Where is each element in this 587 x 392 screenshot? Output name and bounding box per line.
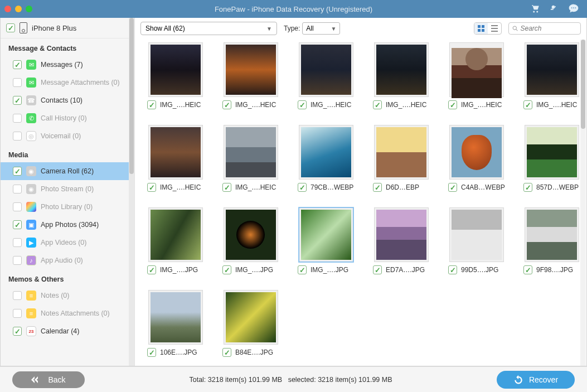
sidebar-item-photo-stream[interactable]: ◉Photo Stream (0) — [1, 180, 134, 198]
thumbnail-checkbox[interactable] — [298, 183, 307, 192]
thumbnail-checkbox[interactable] — [147, 265, 156, 274]
thumbnail-checkbox[interactable] — [222, 183, 231, 192]
sidebar-item-calendar[interactable]: 23Calendar (4) — [1, 322, 134, 340]
thumbnail-image[interactable] — [148, 207, 203, 262]
item-checkbox[interactable] — [13, 78, 22, 87]
recover-button[interactable]: Recover — [497, 371, 575, 389]
thumbnail-image[interactable] — [299, 42, 353, 97]
type-select[interactable]: All▼ — [302, 22, 340, 35]
back-button[interactable]: Back — [12, 371, 85, 388]
item-checkbox[interactable] — [13, 220, 22, 229]
thumbnail-checkbox[interactable] — [222, 265, 231, 274]
thumbnail-checkbox[interactable] — [373, 100, 382, 109]
thumbnail-image[interactable] — [148, 125, 203, 180]
thumbnail-card[interactable]: B84E….JPG — [221, 290, 280, 357]
item-checkbox[interactable] — [13, 114, 22, 123]
thumbnail-image[interactable] — [224, 290, 278, 345]
thumbnail-card[interactable]: IMG_….JPG — [297, 207, 355, 274]
thumbnail-image[interactable] — [299, 125, 353, 180]
sidebar-item-app-audio[interactable]: ♪App Audio (0) — [1, 251, 134, 269]
sidebar-item-msg-attachments[interactable]: ✉Message Attachments (0) — [1, 74, 134, 91]
gallery-scrollbar[interactable] — [580, 40, 586, 366]
sidebar-item-app-photos[interactable]: ▣App Photos (3094) — [1, 216, 134, 234]
thumbnail-image[interactable] — [449, 207, 504, 262]
thumbnail-checkbox[interactable] — [523, 183, 532, 192]
thumbnail-card[interactable]: IMG_….HEIC — [447, 42, 506, 109]
thumbnail-card[interactable]: 79CB…WEBP — [297, 125, 355, 192]
thumbnail-card[interactable]: IMG_….HEIC — [297, 42, 355, 109]
thumbnail-image[interactable] — [449, 125, 504, 180]
thumbnail-card[interactable]: C4AB…WEBP — [447, 125, 506, 192]
thumbnail-checkbox[interactable] — [448, 100, 457, 109]
item-checkbox[interactable] — [13, 256, 22, 265]
thumbnail-checkbox[interactable] — [222, 348, 231, 357]
thumbnail-checkbox[interactable] — [373, 265, 382, 274]
thumbnail-image[interactable] — [299, 207, 353, 262]
thumbnail-checkbox[interactable] — [448, 265, 457, 274]
sidebar-item-contacts[interactable]: ☎Contacts (10) — [1, 91, 134, 109]
thumbnail-checkbox[interactable] — [523, 100, 532, 109]
thumbnail-image[interactable] — [449, 42, 504, 97]
sidebar-item-notes[interactable]: ≡Notes (0) — [1, 287, 134, 304]
thumbnail-card[interactable]: IMG_….HEIC — [146, 42, 205, 109]
thumbnail-image[interactable] — [374, 125, 429, 180]
thumbnail-card[interactable]: IMG_….HEIC — [221, 42, 280, 109]
thumbnail-checkbox[interactable] — [448, 183, 457, 192]
item-checkbox[interactable] — [13, 167, 22, 176]
filter-select[interactable]: Show All (62)▼ — [140, 22, 277, 35]
thumbnail-checkbox[interactable] — [523, 265, 532, 274]
thumbnail-card[interactable]: IMG_….HEIC — [221, 125, 280, 192]
thumbnail-image[interactable] — [224, 125, 278, 180]
sidebar-item-voicemail[interactable]: ◎Voicemail (0) — [1, 127, 134, 145]
sidebar-item-call-history[interactable]: ✆Call History (0) — [1, 109, 134, 127]
item-checkbox[interactable] — [13, 185, 22, 193]
item-checkbox[interactable] — [13, 132, 22, 141]
thumbnail-image[interactable] — [224, 207, 278, 262]
item-checkbox[interactable] — [13, 291, 22, 300]
thumbnail-checkbox[interactable] — [373, 183, 382, 192]
thumbnail-checkbox[interactable] — [222, 100, 231, 109]
thumbnail-checkbox[interactable] — [147, 183, 156, 192]
grid-view-button[interactable] — [474, 23, 488, 34]
sidebar-item-messages[interactable]: ✉Messages (7) — [1, 56, 134, 74]
thumbnail-image[interactable] — [525, 42, 579, 97]
thumbnail-image[interactable] — [525, 207, 579, 262]
item-checkbox[interactable] — [13, 327, 22, 336]
list-view-button[interactable] — [488, 23, 501, 34]
thumbnail-image[interactable] — [374, 42, 429, 97]
thumbnail-card[interactable]: IMG_….JPG — [146, 207, 205, 274]
thumbnail-card[interactable]: D6D…EBP — [372, 125, 430, 192]
minimize-window-button[interactable] — [15, 6, 22, 12]
item-checkbox[interactable] — [13, 96, 22, 105]
search-input[interactable] — [521, 25, 578, 32]
cart-icon[interactable] — [530, 3, 540, 15]
thumbnail-card[interactable]: IMG_….JPG — [221, 207, 280, 274]
thumbnail-image[interactable] — [224, 42, 278, 97]
close-window-button[interactable] — [4, 6, 11, 12]
zoom-window-button[interactable] — [26, 6, 32, 12]
thumbnail-image[interactable] — [374, 207, 429, 262]
thumbnail-image[interactable] — [148, 42, 203, 97]
thumbnail-card[interactable]: IMG_….HEIC — [146, 125, 205, 192]
item-checkbox[interactable] — [13, 309, 22, 318]
key-icon[interactable] — [549, 3, 559, 15]
thumbnail-card[interactable]: IMG_….HEIC — [372, 42, 430, 109]
search-box[interactable] — [508, 22, 581, 35]
thumbnail-image[interactable] — [525, 125, 579, 180]
thumbnail-checkbox[interactable] — [147, 100, 156, 109]
thumbnail-card[interactable]: IMG_….HEIC — [522, 42, 581, 109]
thumbnail-checkbox[interactable] — [147, 348, 156, 357]
device-checkbox[interactable] — [6, 23, 15, 32]
thumbnail-card[interactable]: 99D5….JPG — [447, 207, 506, 274]
sidebar-item-app-videos[interactable]: ▶App Videos (0) — [1, 234, 134, 251]
thumbnail-card[interactable]: ED7A….JPG — [372, 207, 430, 274]
thumbnail-card[interactable]: 857D…WEBP — [522, 125, 581, 192]
thumbnail-card[interactable]: 9F98….JPG — [522, 207, 581, 274]
thumbnail-checkbox[interactable] — [298, 100, 307, 109]
device-header[interactable]: iPhone 8 Plus — [1, 18, 134, 38]
item-checkbox[interactable] — [13, 60, 22, 69]
sidebar-scrollbar[interactable] — [129, 18, 134, 366]
item-checkbox[interactable] — [13, 238, 22, 247]
sidebar-item-photo-library[interactable]: Photo Library (0) — [1, 198, 134, 216]
sidebar-item-camera-roll[interactable]: ◉Camera Roll (62) — [1, 162, 134, 180]
